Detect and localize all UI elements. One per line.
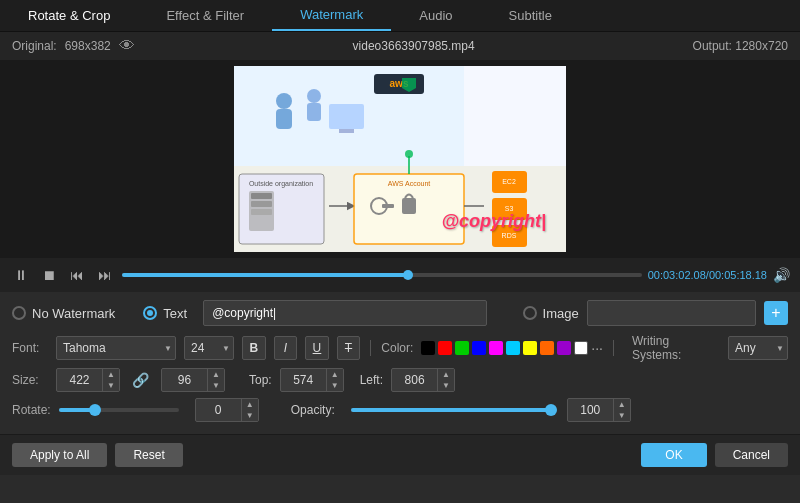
left-down[interactable]: ▼ — [438, 380, 454, 391]
top-down[interactable]: ▼ — [327, 380, 343, 391]
image-radio-label: Image — [543, 306, 579, 321]
size-h-spin: ▲ ▼ — [207, 369, 224, 391]
timeline-progress — [122, 273, 408, 277]
font-select-wrapper: Tahoma — [56, 336, 176, 360]
svg-point-7 — [307, 89, 321, 103]
rotate-input-group: ▲ ▼ — [195, 398, 259, 422]
svg-text:RDS: RDS — [502, 232, 517, 239]
image-option[interactable]: Image — [523, 306, 579, 321]
svg-point-5 — [276, 93, 292, 109]
timeline-bar[interactable] — [122, 273, 642, 277]
top-input-group: ▲ ▼ — [280, 368, 344, 392]
watermark-text-input[interactable] — [203, 300, 486, 326]
color-orange[interactable] — [540, 341, 554, 355]
rotate-up[interactable]: ▲ — [242, 399, 258, 410]
timeline-handle[interactable] — [403, 270, 413, 280]
font-size-select[interactable]: 24 — [184, 336, 234, 360]
opacity-slider[interactable] — [351, 408, 551, 412]
output-size: 1280x720 — [735, 39, 788, 53]
tab-audio[interactable]: Audio — [391, 0, 480, 31]
color-red[interactable] — [438, 341, 452, 355]
opacity-label: Opacity: — [291, 403, 335, 417]
writing-sys-select[interactable]: Any — [728, 336, 788, 360]
top-label: Top: — [249, 373, 272, 387]
divider-2 — [613, 340, 614, 356]
apply-to-all-button[interactable]: Apply to All — [12, 443, 107, 467]
italic-button[interactable]: I — [274, 336, 298, 360]
underline-button[interactable]: U — [305, 336, 329, 360]
video-preview-area: aws Outside organization — [0, 60, 800, 258]
color-black[interactable] — [421, 341, 435, 355]
size-h-up[interactable]: ▲ — [208, 369, 224, 380]
left-up[interactable]: ▲ — [438, 369, 454, 380]
svg-rect-23 — [402, 198, 416, 214]
strikethrough-button[interactable]: T — [337, 336, 361, 360]
prev-button[interactable]: ⏮ — [66, 265, 88, 285]
color-cyan[interactable] — [506, 341, 520, 355]
color-blue[interactable] — [472, 341, 486, 355]
opacity-input[interactable] — [568, 401, 613, 419]
add-image-button[interactable]: + — [764, 301, 788, 325]
rotate-opacity-row: Rotate: ▲ ▼ Opacity: ▲ ▼ — [12, 398, 788, 422]
controls-row: ⏸ ⏹ ⏮ ⏭ 00:03:02.08/00:05:18.18 🔊 — [0, 258, 800, 292]
volume-icon[interactable]: 🔊 — [773, 267, 790, 283]
color-white[interactable] — [574, 341, 588, 355]
left-input[interactable] — [392, 371, 437, 389]
opacity-input-group: ▲ ▼ — [567, 398, 631, 422]
rotate-down[interactable]: ▼ — [242, 410, 258, 421]
link-icon[interactable]: 🔗 — [132, 372, 149, 388]
original-label: Original: — [12, 39, 57, 53]
rotate-slider[interactable] — [59, 408, 179, 412]
svg-text:AWS Account: AWS Account — [388, 180, 431, 187]
size-select-wrapper: 24 — [184, 336, 234, 360]
size-row: Size: ▲ ▼ 🔗 ▲ ▼ Top: ▲ ▼ Left: — [12, 368, 788, 392]
top-up[interactable]: ▲ — [327, 369, 343, 380]
rotate-input[interactable] — [196, 401, 241, 419]
top-spin: ▲ ▼ — [326, 369, 343, 391]
size-w-down[interactable]: ▼ — [103, 380, 119, 391]
bold-button[interactable]: B — [242, 336, 266, 360]
color-green[interactable] — [455, 341, 469, 355]
tab-watermark[interactable]: Watermark — [272, 0, 391, 31]
output-info: Output: 1280x720 — [693, 39, 788, 53]
opacity-down[interactable]: ▼ — [614, 410, 630, 421]
font-row: Font: Tahoma 24 B I U T Color: — [12, 334, 788, 362]
size-h-input[interactable] — [162, 371, 207, 389]
more-colors-icon[interactable]: ··· — [591, 340, 603, 356]
no-watermark-radio[interactable] — [12, 306, 26, 320]
left-label: Left: — [360, 373, 383, 387]
text-radio[interactable] — [143, 306, 157, 320]
font-select[interactable]: Tahoma — [56, 336, 176, 360]
size-h-down[interactable]: ▼ — [208, 380, 224, 391]
tab-rotate-crop[interactable]: Rotate & Crop — [0, 0, 138, 31]
image-path-input[interactable] — [587, 300, 756, 326]
reset-button[interactable]: Reset — [115, 443, 182, 467]
color-yellow[interactable] — [523, 341, 537, 355]
size-w-up[interactable]: ▲ — [103, 369, 119, 380]
next-button[interactable]: ⏭ — [94, 265, 116, 285]
rotate-handle[interactable] — [89, 404, 101, 416]
svg-text:EC2: EC2 — [502, 178, 516, 185]
ok-button[interactable]: OK — [641, 443, 706, 467]
font-label: Font: — [12, 341, 48, 355]
stop-button[interactable]: ⏹ — [38, 265, 60, 285]
writing-sys-wrapper: Any — [728, 336, 788, 360]
color-purple[interactable] — [557, 341, 571, 355]
tab-subtitle[interactable]: Subtitle — [481, 0, 580, 31]
color-magenta[interactable] — [489, 341, 503, 355]
color-swatches: ··· — [421, 340, 603, 356]
watermark-section: No Watermark Text Image + Font: Tahoma 2… — [0, 292, 800, 434]
size-w-input[interactable] — [57, 371, 102, 389]
top-input[interactable] — [281, 371, 326, 389]
opacity-handle[interactable] — [545, 404, 557, 416]
no-watermark-option[interactable]: No Watermark — [12, 306, 115, 321]
image-radio[interactable] — [523, 306, 537, 320]
text-option[interactable]: Text — [143, 306, 187, 321]
eye-icon[interactable]: 👁 — [119, 37, 135, 55]
rotate-spin: ▲ ▼ — [241, 399, 258, 421]
pause-button[interactable]: ⏸ — [10, 265, 32, 285]
opacity-up[interactable]: ▲ — [614, 399, 630, 410]
color-label: Color: — [381, 341, 413, 355]
tab-effect-filter[interactable]: Effect & Filter — [138, 0, 272, 31]
cancel-button[interactable]: Cancel — [715, 443, 788, 467]
